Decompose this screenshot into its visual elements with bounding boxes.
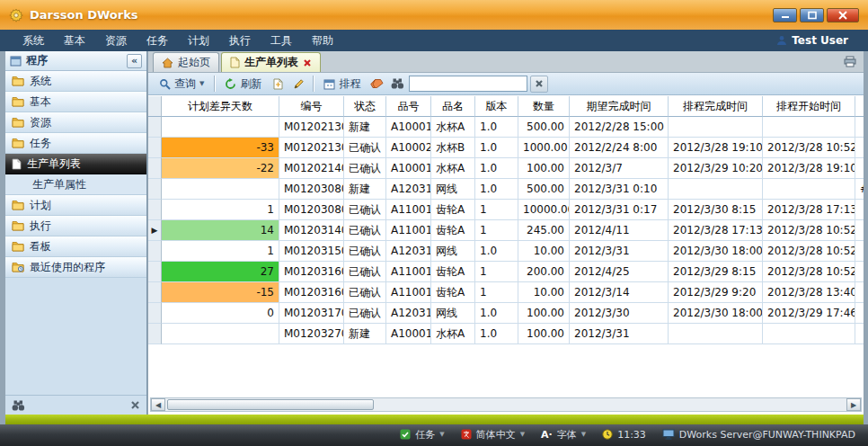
row-selector[interactable] <box>148 179 162 200</box>
grid-cell[interactable]: A10001 <box>386 158 431 179</box>
sidebar-item-plan[interactable]: 计划 <box>5 195 146 216</box>
grid-cell[interactable]: 1.0 <box>475 303 518 324</box>
grid-cell[interactable]: 齿轮A <box>431 220 475 241</box>
grid-cell[interactable]: 1 <box>475 282 518 303</box>
grid-cell[interactable]: 1.0 <box>475 179 518 200</box>
grid-cell[interactable]: 1 <box>475 200 518 220</box>
grid-cell[interactable]: 2012/3/31 0:10 <box>570 179 669 200</box>
grid-cell[interactable]: 2012/3/29 10:20 <box>669 158 763 179</box>
grid-cell[interactable]: 网线 <box>431 179 475 200</box>
grid-cell[interactable]: A11001 <box>386 282 431 303</box>
table-row[interactable]: 1M012030802已确认A11001齿轮A110000.002012/3/3… <box>148 200 864 220</box>
grid-cell[interactable]: 已确认 <box>344 138 386 158</box>
grid-cell[interactable]: 100.00 <box>518 324 570 344</box>
grid-cell[interactable]: M012031701 <box>279 303 344 324</box>
tab-start-page[interactable]: 起始页 <box>153 52 219 72</box>
grid-cell[interactable]: M012030801 <box>279 179 344 200</box>
grid-cell[interactable]: A10002 <box>386 138 431 158</box>
grid-cell[interactable]: 1 <box>162 241 279 262</box>
grid-cell[interactable]: 500.00 <box>518 179 570 200</box>
grid-cell[interactable]: 齿轮A <box>431 262 475 282</box>
printer-icon[interactable] <box>844 56 856 67</box>
grid-cell[interactable]: 2012/3/14 <box>570 282 669 303</box>
sidebar-item-recent-programs[interactable]: 最近使用的程序 <box>5 257 146 278</box>
grid-cell[interactable]: 10.00 <box>518 282 570 303</box>
grid-cell[interactable]: A12031 <box>386 179 431 200</box>
grid-cell[interactable] <box>855 241 864 262</box>
table-row[interactable]: -15M012031602已确认A11001齿轮A110.002012/3/14… <box>148 282 864 303</box>
grid-cell[interactable]: 14 <box>162 220 279 241</box>
grid-cell[interactable]: 2012/3/28 10:52 <box>763 241 855 262</box>
grid-cell[interactable]: 1.0 <box>475 324 518 344</box>
status-font-menu[interactable]: A· 字体 ▼ <box>541 428 586 442</box>
grid-cell[interactable] <box>162 179 279 200</box>
row-selector[interactable] <box>148 117 162 138</box>
table-row[interactable]: 0M012031701已确认A12031网线1.0100.002012/3/30… <box>148 303 864 324</box>
menu-item-plan[interactable]: 计划 <box>178 31 219 51</box>
table-row[interactable]: M012030801新建A12031网线1.0500.002012/3/31 0… <box>148 179 864 200</box>
grid-cell[interactable]: 200.00 <box>518 262 570 282</box>
grid-cell[interactable]: 1.0 <box>475 117 518 138</box>
grid-cell[interactable]: 10000.00 <box>518 200 570 220</box>
grid-cell[interactable] <box>855 200 864 220</box>
grid-cell[interactable]: 新建 <box>344 179 386 200</box>
grid-cell[interactable]: 已确认 <box>344 303 386 324</box>
grid-cell[interactable]: 2012/4/11 <box>570 220 669 241</box>
horizontal-scrollbar[interactable]: ◀ ▶ <box>150 397 862 412</box>
grid-column-header[interactable]: 品名 <box>431 96 475 117</box>
user-menu[interactable]: Test User <box>776 34 855 47</box>
grid-cell[interactable]: A12031 <box>386 303 431 324</box>
grid-cell[interactable]: M012031501 <box>279 241 344 262</box>
grid-cell[interactable]: 2012/4/25 <box>570 262 669 282</box>
grid-cell[interactable]: 新建 <box>344 117 386 138</box>
row-selector[interactable] <box>148 303 162 324</box>
status-tasks-menu[interactable]: 任务 ▼ <box>400 428 444 442</box>
grid-cell[interactable]: 齿轮A <box>431 282 475 303</box>
grid-column-header[interactable]: 数量 <box>518 96 570 117</box>
grid-cell[interactable] <box>763 179 855 200</box>
grid-cell[interactable]: 1.0 <box>475 138 518 158</box>
grid-cell[interactable] <box>855 303 864 324</box>
grid-cell[interactable]: -15 <box>162 282 279 303</box>
row-selector[interactable] <box>148 138 162 158</box>
refresh-button[interactable]: 刷新 <box>220 75 266 94</box>
close-button[interactable] <box>827 8 859 22</box>
grid-cell[interactable]: A10001 <box>386 117 431 138</box>
table-row[interactable]: ▶14M012031402已确认A11001齿轮A1245.002012/4/1… <box>148 220 864 241</box>
grid-cell[interactable]: 水杯A <box>431 324 475 344</box>
grid-cell[interactable]: 2012/3/31 0:17 <box>570 200 669 220</box>
grid-cell[interactable] <box>855 220 864 241</box>
menu-item-system[interactable]: 系统 <box>13 31 54 51</box>
row-selector[interactable] <box>148 241 162 262</box>
grid-cell[interactable]: M012030802 <box>279 200 344 220</box>
sidebar-item-resources[interactable]: 资源 <box>5 112 146 133</box>
row-selector[interactable] <box>148 158 162 179</box>
grid-cell[interactable]: M012031601 <box>279 262 344 282</box>
sidebar-item-execute[interactable]: 执行 <box>5 216 146 236</box>
edit-pencil-icon[interactable] <box>289 76 307 93</box>
grid-cell[interactable] <box>162 117 279 138</box>
grid-column-header[interactable]: 版本 <box>475 96 518 117</box>
new-document-icon[interactable] <box>269 76 287 93</box>
grid-column-header[interactable]: 计划差异天数 <box>162 96 279 117</box>
row-selector[interactable] <box>148 262 162 282</box>
row-selector[interactable] <box>148 324 162 344</box>
sidebar-item-kanban[interactable]: 看板 <box>5 236 146 257</box>
grid-cell[interactable]: A11001 <box>386 262 431 282</box>
sidebar-item-tasks[interactable]: 任务 <box>5 133 146 154</box>
menu-item-help[interactable]: 帮助 <box>302 31 343 51</box>
table-row[interactable]: -33M012021302已确认A10002水杯B1.01000.002012/… <box>148 138 864 158</box>
grid-cell[interactable]: 2012/3/28 19:10 <box>763 158 855 179</box>
grid-cell[interactable] <box>855 138 864 158</box>
status-language-menu[interactable]: 简体中文 ▼ <box>461 428 525 442</box>
scroll-left-arrow[interactable]: ◀ <box>151 398 165 411</box>
grid-column-header[interactable]: 品号 <box>386 96 431 117</box>
grid-cell[interactable]: 水杯A <box>431 158 475 179</box>
sidebar-item-basic[interactable]: 基本 <box>5 92 146 112</box>
sidebar-item-production-order-list[interactable]: 生产单列表 <box>5 154 146 174</box>
menu-item-tasks[interactable]: 任务 <box>137 31 178 51</box>
grid-column-header[interactable] <box>855 96 864 117</box>
grid-cell[interactable]: 245.00 <box>518 220 570 241</box>
grid-cell[interactable]: 100.00 <box>518 158 570 179</box>
grid-cell[interactable]: 2012/3/28 17:13 <box>763 200 855 220</box>
